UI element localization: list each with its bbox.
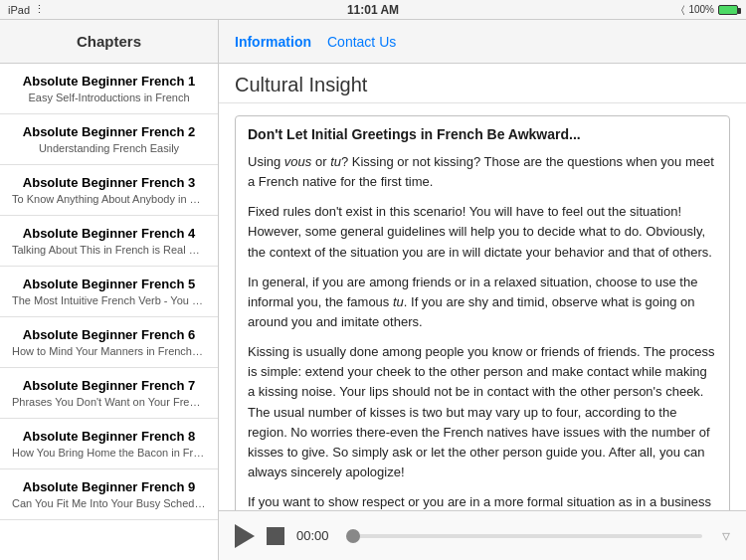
play-button[interactable] (235, 524, 255, 548)
chapter-item-4[interactable]: Absolute Beginner French 4Talking About … (0, 216, 218, 267)
player-bar: 00:00 ▿ (219, 510, 746, 560)
chapters-heading: Chapters (77, 33, 141, 50)
article-box: Don't Let Initial Greetings in French Be… (235, 115, 730, 510)
status-time: 11:01 AM (347, 3, 399, 17)
chapter-item-6[interactable]: Absolute Beginner French 6How to Mind Yo… (0, 317, 218, 368)
wifi-signal-icon: 〈 (681, 4, 684, 16)
main-layout: Absolute Beginner French 1Easy Self-Intr… (0, 64, 746, 560)
article-paragraph: In general, if you are among friends or … (248, 273, 717, 332)
chapter-item-5[interactable]: Absolute Beginner French 5The Most Intui… (0, 267, 218, 317)
progress-thumb[interactable] (346, 529, 360, 543)
chapter-item-2[interactable]: Absolute Beginner French 2Understanding … (0, 114, 218, 165)
chapter-item-8[interactable]: Absolute Beginner French 8How You Bring … (0, 419, 218, 469)
information-link[interactable]: Information (235, 34, 311, 50)
status-left: iPad ⋮ (8, 3, 45, 16)
chapter-subtitle: How to Mind Your Manners in French Cinem… (12, 345, 206, 357)
battery-label: 100% (688, 4, 714, 15)
chapter-title: Absolute Beginner French 2 (12, 124, 206, 139)
chapter-item-1[interactable]: Absolute Beginner French 1Easy Self-Intr… (0, 64, 218, 114)
nav-bar: Chapters Information Contact Us (0, 20, 746, 64)
article-paragraph: Fixed rules don't exist in this scenario… (248, 202, 717, 262)
wifi-icon: ⋮ (34, 3, 45, 16)
chapter-title: Absolute Beginner French 5 (12, 277, 206, 291)
content-header: Cultural Insight (219, 64, 746, 103)
chapter-subtitle: How You Bring Home the Bacon in French (12, 447, 206, 459)
chapter-title: Absolute Beginner French 1 (12, 74, 206, 89)
chapter-subtitle: The Most Intuitive French Verb - You Can… (12, 294, 206, 306)
chapter-title: Absolute Beginner French 9 (12, 479, 206, 494)
sidebar-header-area: Chapters (0, 20, 219, 63)
chapter-title: Absolute Beginner French 3 (12, 175, 206, 190)
sidebar: Absolute Beginner French 1Easy Self-Intr… (0, 64, 219, 560)
content-title: Cultural Insight (235, 74, 730, 96)
nav-links: Information Contact Us (219, 34, 746, 50)
chapter-subtitle: Understanding French Easily (12, 142, 206, 154)
battery-icon (718, 5, 738, 15)
chapter-title: Absolute Beginner French 4 (12, 226, 206, 241)
chapter-title: Absolute Beginner French 7 (12, 378, 206, 393)
chapter-title: Absolute Beginner French 6 (12, 327, 206, 342)
stop-icon (267, 527, 284, 545)
status-right: 〈 100% (681, 4, 738, 16)
article-area[interactable]: Don't Let Initial Greetings in French Be… (219, 103, 746, 510)
chapter-subtitle: To Know Anything About Anybody in France… (12, 193, 206, 205)
chapter-item-9[interactable]: Absolute Beginner French 9Can You Fit Me… (0, 469, 218, 520)
chapter-subtitle: Talking About This in French is Real Wor… (12, 244, 206, 256)
chapter-subtitle: Easy Self-Introductions in French (12, 92, 206, 103)
article-body: Using vous or tu? Kissing or not kissing… (248, 152, 717, 510)
article-paragraph: If you want to show respect or you are i… (248, 492, 717, 510)
chapter-title: Absolute Beginner French 8 (12, 429, 206, 444)
chapter-subtitle: Can You Fit Me Into Your Busy Schedule i… (12, 497, 206, 509)
article-paragraph: Kissing is usually done among people you… (248, 342, 717, 482)
stop-button[interactable] (267, 527, 284, 545)
progress-bar[interactable] (346, 534, 702, 538)
article-paragraph: Using vous or tu? Kissing or not kissing… (248, 152, 717, 192)
article-headline: Don't Let Initial Greetings in French Be… (248, 126, 717, 142)
time-label: 00:00 (296, 528, 334, 543)
ipad-label: iPad (8, 4, 30, 16)
content-pane: Cultural Insight Don't Let Initial Greet… (219, 64, 746, 560)
chapter-item-7[interactable]: Absolute Beginner French 7Phrases You Do… (0, 368, 218, 419)
status-bar: iPad ⋮ 11:01 AM 〈 100% (0, 0, 746, 20)
chapter-subtitle: Phrases You Don't Want on Your French Li… (12, 396, 206, 408)
contact-us-link[interactable]: Contact Us (327, 34, 396, 50)
scroll-icon: ▿ (722, 526, 730, 545)
chapter-item-3[interactable]: Absolute Beginner French 3To Know Anythi… (0, 165, 218, 216)
play-icon (235, 524, 255, 548)
